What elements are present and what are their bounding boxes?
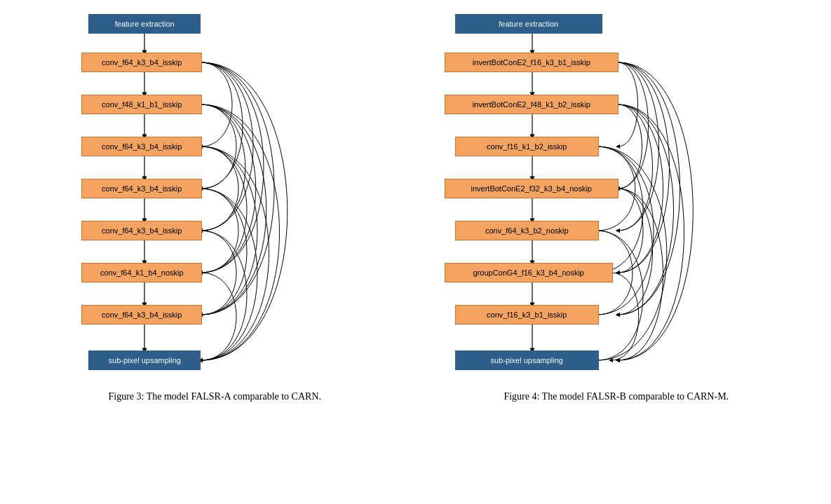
fig4-node-3: conv_f16_k1_b2_isskip xyxy=(455,137,599,156)
fig4-node-subpixel: sub-pixel upsampling xyxy=(455,350,599,370)
figure-4-diagram: feature extraction invertBotConE2_f16_k3… xyxy=(441,7,792,386)
fig4-node-7: conv_f16_k3_b1_isskip xyxy=(455,305,599,325)
fig3-node-1: conv_f64_k3_b4_isskip xyxy=(81,53,202,72)
fig3-node-7: conv_f64_k3_b4_isskip xyxy=(81,305,202,325)
figure-3-diagram: feature extraction conv_f64_k3_b4_isskip… xyxy=(67,7,362,386)
fig4-node-6: groupConG4_f16_k3_b4_noskip xyxy=(445,263,613,282)
fig4-node-1: invertBotConE2_f16_k3_b1_isskip xyxy=(445,53,619,72)
fig3-node-3: conv_f64_k3_b4_isskip xyxy=(81,137,202,156)
fig4-node-5: conv_f64_k3_b2_noskip xyxy=(455,221,599,240)
fig3-node-2: conv_f48_k1_b1_isskip xyxy=(81,95,202,114)
fig3-node-6: conv_f64_k1_b4_noskip xyxy=(81,263,202,282)
figure-3: feature extraction conv_f64_k3_b4_isskip… xyxy=(14,7,416,402)
fig4-node-4: invertBotConE2_f32_k3_b4_noskip xyxy=(445,179,619,198)
fig4-node-2: invertBotConE2_f48_k1_b2_isskip xyxy=(445,95,619,114)
fig3-node-5: conv_f64_k3_b4_isskip xyxy=(81,221,202,240)
fig3-node-feature-extraction: feature extraction xyxy=(88,14,201,34)
figure-4: feature extraction invertBotConE2_f16_k3… xyxy=(416,7,818,402)
fig4-node-feature-extraction: feature extraction xyxy=(455,14,602,34)
fig3-node-subpixel: sub-pixel upsampling xyxy=(88,350,201,370)
figure-3-caption: Figure 3: The model FALSR-A comparable t… xyxy=(108,391,321,402)
fig3-node-4: conv_f64_k3_b4_isskip xyxy=(81,179,202,198)
figure-4-caption: Figure 4: The model FALSR-B comparable t… xyxy=(504,391,729,402)
figures-container: feature extraction conv_f64_k3_b4_isskip… xyxy=(0,0,831,409)
